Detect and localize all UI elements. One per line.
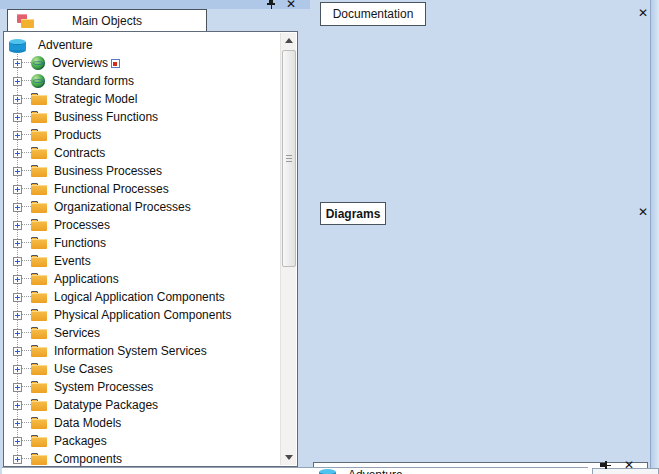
- tree-item-label: Business Processes: [54, 164, 162, 178]
- expand-toggle[interactable]: [13, 275, 22, 284]
- close-icon[interactable]: ✕: [286, 0, 296, 9]
- tree-row[interactable]: Events: [4, 252, 281, 270]
- tab-main-objects[interactable]: Main Objects: [7, 9, 207, 32]
- tree-connector: [22, 458, 31, 460]
- tab-documentation[interactable]: Documentation: [320, 2, 426, 26]
- arrow-up-icon: [285, 38, 293, 43]
- scroll-down-button[interactable]: [281, 450, 296, 465]
- shortcut-badge-icon: [111, 59, 120, 68]
- expand-toggle[interactable]: [13, 167, 22, 176]
- tree-row[interactable]: Components: [4, 450, 281, 467]
- main-objects-tree: AdventureOverviewsStandard formsStrategi…: [4, 32, 281, 466]
- main-objects-scrollbar[interactable]: [280, 33, 296, 465]
- diagrams-close-icon[interactable]: ✕: [638, 206, 648, 218]
- tree-row[interactable]: Information System Services: [4, 342, 281, 360]
- tree-row[interactable]: Datatype Packages: [4, 396, 281, 414]
- tree-connector: [22, 278, 31, 280]
- tree-row[interactable]: Processes: [4, 216, 281, 234]
- expand-toggle[interactable]: [13, 347, 22, 356]
- tree-row[interactable]: Organizational Processes: [4, 198, 281, 216]
- folder-icon: [31, 201, 47, 213]
- tree-item-label: Logical Application Components: [54, 290, 225, 304]
- tree-connector: [22, 188, 31, 190]
- diagrams-tab-bar: Diagrams ✕: [320, 202, 650, 225]
- expand-toggle[interactable]: [13, 95, 22, 104]
- expand-toggle[interactable]: [13, 131, 22, 140]
- tree-connector: [22, 404, 31, 406]
- tree-row[interactable]: Functions: [4, 234, 281, 252]
- pin-icon[interactable]: [266, 0, 276, 9]
- folder-icon: [31, 381, 47, 393]
- tree-item-label: Use Cases: [54, 362, 113, 376]
- tree-item-label: Strategic Model: [54, 92, 137, 106]
- documentation-tree: AdventureWeb SitesReports (MS Word)Busin…: [314, 463, 647, 474]
- tree-row[interactable]: Data Models: [4, 414, 281, 432]
- expand-toggle[interactable]: [13, 293, 22, 302]
- tree-connector: [22, 332, 31, 334]
- tree-row[interactable]: Logical Application Components: [4, 288, 281, 306]
- tree-connector: [22, 62, 31, 64]
- tree-item-label: Overviews: [52, 56, 108, 70]
- tree-item-label: Business Functions: [54, 110, 158, 124]
- tree-row[interactable]: Services: [4, 324, 281, 342]
- tree-item-label: Packages: [54, 434, 107, 448]
- folder-icon: [31, 327, 47, 339]
- tree-row[interactable]: Contracts: [4, 144, 281, 162]
- expand-toggle[interactable]: [13, 239, 22, 248]
- tree-row[interactable]: Packages: [4, 432, 281, 450]
- tree-row[interactable]: Standard forms: [4, 72, 281, 90]
- tree-root-label: Adventure: [348, 468, 403, 474]
- tree-connector: [22, 134, 31, 136]
- folder-icon: [31, 363, 47, 375]
- expand-toggle[interactable]: [13, 149, 22, 158]
- tree-item-label: System Processes: [54, 380, 153, 394]
- tree-row[interactable]: System Processes: [4, 378, 281, 396]
- tree-row[interactable]: Use Cases: [4, 360, 281, 378]
- tree-row[interactable]: Overviews: [4, 54, 281, 72]
- tree-row[interactable]: Strategic Model: [4, 90, 281, 108]
- tree-row[interactable]: Business Functions: [4, 108, 281, 126]
- expand-toggle[interactable]: [13, 365, 22, 374]
- scrollbar-thumb[interactable]: [282, 50, 296, 267]
- main-objects-tab-bar: Main Objects: [7, 9, 298, 32]
- tree-root-row[interactable]: Adventure: [4, 36, 281, 54]
- expand-toggle[interactable]: [13, 113, 22, 122]
- tree-connector: [22, 98, 31, 100]
- expand-toggle[interactable]: [13, 437, 22, 446]
- folder-icon: [31, 345, 47, 357]
- arrow-down-icon: [285, 455, 293, 460]
- folder-icon: [31, 111, 47, 123]
- tree-row[interactable]: Products: [4, 126, 281, 144]
- tree-row[interactable]: Business Processes: [4, 162, 281, 180]
- tree-item-label: Functional Processes: [54, 182, 169, 196]
- main-objects-panel: AdventureOverviewsStandard formsStrategi…: [3, 31, 298, 467]
- tab-diagrams[interactable]: Diagrams: [320, 202, 386, 225]
- expand-toggle[interactable]: [13, 257, 22, 266]
- expand-toggle[interactable]: [13, 221, 22, 230]
- expand-toggle[interactable]: [13, 383, 22, 392]
- window-edge: [650, 0, 659, 474]
- expand-toggle[interactable]: [13, 419, 22, 428]
- tree-connector: [22, 80, 31, 82]
- expand-toggle[interactable]: [13, 455, 22, 464]
- tree-row[interactable]: Physical Application Components: [4, 306, 281, 324]
- expand-toggle[interactable]: [13, 401, 22, 410]
- expand-toggle[interactable]: [13, 311, 22, 320]
- folder-icon: [31, 453, 47, 465]
- documentation-close-icon[interactable]: ✕: [638, 7, 648, 19]
- tree-row[interactable]: Applications: [4, 270, 281, 288]
- tree-item-label: Contracts: [54, 146, 105, 160]
- expand-toggle[interactable]: [13, 329, 22, 338]
- tree-root-row[interactable]: Adventure: [314, 466, 647, 474]
- tree-item-label: Datatype Packages: [54, 398, 158, 412]
- folder-icon: [31, 219, 47, 231]
- expand-toggle[interactable]: [13, 185, 22, 194]
- tree-row[interactable]: Functional Processes: [4, 180, 281, 198]
- folder-icon: [31, 129, 47, 141]
- expand-toggle[interactable]: [13, 59, 22, 68]
- scroll-up-button[interactable]: [281, 33, 296, 48]
- folder-icon: [31, 399, 47, 411]
- folder-icon: [31, 309, 47, 321]
- expand-toggle[interactable]: [13, 77, 22, 86]
- expand-toggle[interactable]: [13, 203, 22, 212]
